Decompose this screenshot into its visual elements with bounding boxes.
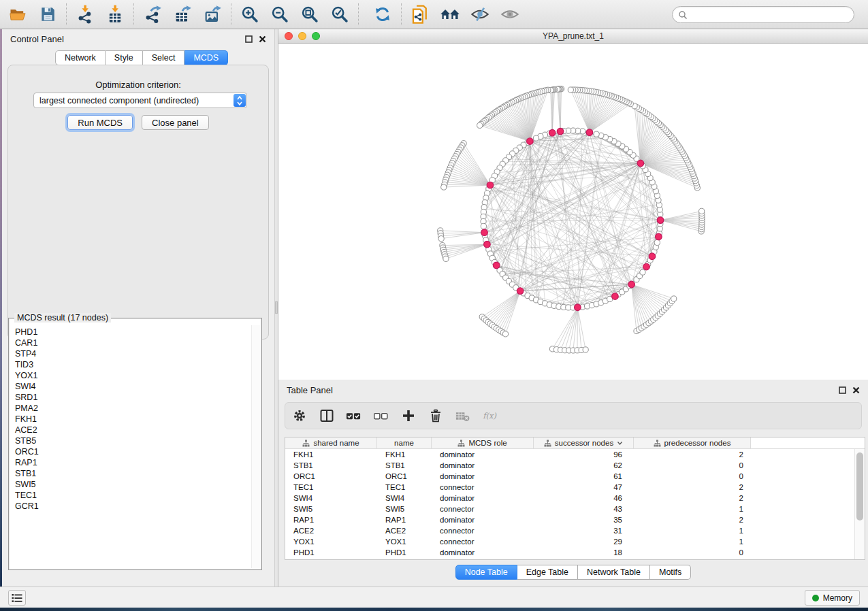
- table-row[interactable]: TEC1TEC1connector472: [285, 482, 854, 493]
- import-network-icon[interactable]: [70, 1, 100, 27]
- list-item[interactable]: SWI4: [10, 381, 250, 392]
- mcds-node[interactable]: [656, 233, 662, 240]
- list-item[interactable]: PHD1: [10, 327, 250, 337]
- zoom-out-icon[interactable]: [265, 1, 295, 27]
- column-header-mcds-role[interactable]: MCDS role: [432, 437, 534, 448]
- network-node[interactable]: [654, 240, 660, 245]
- optimization-criterion-select[interactable]: largest connected component (undirected): [33, 93, 247, 108]
- list-item[interactable]: TEC1: [10, 490, 250, 501]
- settings-gear-icon[interactable]: [291, 408, 307, 424]
- mcds-node[interactable]: [527, 138, 534, 145]
- splitter-handle[interactable]: [275, 301, 278, 314]
- mcds-node[interactable]: [487, 182, 494, 188]
- mcds-list-scrollbar[interactable]: [251, 325, 260, 568]
- export-network-icon[interactable]: [138, 1, 167, 27]
- list-item[interactable]: STB5: [10, 435, 250, 446]
- table-row[interactable]: ORC1ORC1dominator610: [285, 471, 854, 482]
- table-row[interactable]: SWI4SWI4dominator462: [285, 493, 854, 503]
- network-node[interactable]: [502, 331, 508, 337]
- table-scrollbar[interactable]: [854, 449, 865, 559]
- column-header-name[interactable]: name: [377, 437, 432, 448]
- tab-select[interactable]: Select: [143, 50, 185, 65]
- tab-motifs[interactable]: Motifs: [650, 565, 691, 580]
- list-item[interactable]: ORC1: [10, 446, 250, 457]
- list-item[interactable]: TID3: [10, 359, 250, 370]
- deselect-all-icon[interactable]: [373, 408, 389, 424]
- table-row[interactable]: SWI5SWI5connector431: [285, 503, 854, 514]
- network-node[interactable]: [699, 208, 705, 214]
- list-item[interactable]: STP4: [10, 348, 250, 359]
- zoom-selected-icon[interactable]: [325, 1, 355, 27]
- network-node[interactable]: [583, 347, 588, 352]
- tab-style[interactable]: Style: [106, 50, 143, 65]
- close-panel-icon[interactable]: [852, 386, 860, 394]
- network-node[interactable]: [441, 184, 447, 190]
- network-node[interactable]: [640, 269, 645, 275]
- mcds-node[interactable]: [484, 241, 491, 248]
- open-folder-icon[interactable]: [3, 1, 33, 27]
- toggle-panes-icon[interactable]: [319, 408, 334, 424]
- save-icon[interactable]: [33, 1, 63, 27]
- column-header-predecessor-nodes[interactable]: predecessor nodes: [634, 437, 751, 448]
- refresh-icon[interactable]: [368, 1, 398, 27]
- list-item[interactable]: PMA2: [10, 403, 250, 414]
- delete-column-trash-icon[interactable]: [428, 408, 443, 424]
- mcds-node[interactable]: [628, 281, 635, 288]
- table-row[interactable]: RAP1RAP1dominator352: [285, 514, 854, 525]
- network-node[interactable]: [568, 87, 573, 93]
- memory-button[interactable]: Memory: [805, 590, 860, 606]
- import-table-icon[interactable]: [100, 1, 130, 27]
- select-all-icon[interactable]: [346, 408, 361, 424]
- zoom-in-icon[interactable]: [235, 1, 265, 27]
- hide-eye-icon[interactable]: [465, 1, 495, 27]
- table-row[interactable]: ACE2ACE2connector311: [285, 525, 854, 536]
- network-node[interactable]: [438, 236, 444, 242]
- table-row[interactable]: PHD1PHD1dominator180: [285, 547, 854, 558]
- mcds-node[interactable]: [549, 129, 556, 136]
- mcds-node[interactable]: [643, 263, 650, 270]
- list-item[interactable]: STB1: [10, 468, 250, 479]
- mcds-node[interactable]: [481, 229, 488, 236]
- table-row[interactable]: FKH1FKH1dominator962: [285, 449, 854, 460]
- list-item[interactable]: SWI5: [10, 479, 250, 490]
- float-panel-icon[interactable]: [839, 386, 846, 394]
- export-image-icon[interactable]: [197, 1, 227, 27]
- list-item[interactable]: RAP1: [10, 457, 250, 468]
- network-node[interactable]: [594, 131, 599, 137]
- close-panel-button[interactable]: Close panel: [142, 115, 209, 130]
- close-panel-icon[interactable]: [259, 35, 266, 43]
- network-view[interactable]: [278, 44, 868, 380]
- tab-network-table[interactable]: Network Table: [578, 565, 650, 580]
- network-node[interactable]: [671, 296, 677, 301]
- search-input[interactable]: [691, 10, 854, 20]
- mcds-node[interactable]: [493, 262, 500, 269]
- tab-network[interactable]: Network: [55, 50, 106, 65]
- mcds-node[interactable]: [649, 253, 656, 260]
- mcds-node[interactable]: [637, 160, 644, 167]
- network-from-selection-icon[interactable]: [405, 1, 435, 27]
- mcds-node[interactable]: [557, 128, 564, 135]
- close-window-icon[interactable]: [285, 32, 293, 40]
- add-column-icon[interactable]: [400, 408, 416, 424]
- list-item[interactable]: SRD1: [10, 392, 250, 403]
- network-node[interactable]: [477, 122, 483, 128]
- mcds-node[interactable]: [586, 129, 593, 136]
- list-item[interactable]: YOX1: [10, 370, 250, 381]
- network-node[interactable]: [443, 256, 449, 261]
- table-row[interactable]: YOX1YOX1connector291: [285, 536, 854, 547]
- run-mcds-button[interactable]: Run MCDS: [67, 115, 133, 130]
- minimize-window-icon[interactable]: [298, 32, 306, 40]
- column-header-shared-name[interactable]: shared name: [285, 437, 377, 448]
- tab-mcds[interactable]: MCDS: [184, 50, 228, 65]
- zoom-fit-icon[interactable]: [295, 1, 325, 27]
- task-history-button[interactable]: [8, 590, 26, 606]
- mcds-node[interactable]: [575, 304, 581, 311]
- network-node[interactable]: [533, 135, 539, 141]
- network-canvas[interactable]: [278, 44, 868, 380]
- search-box[interactable]: [672, 6, 854, 23]
- table-row[interactable]: STB1STB1dominator620: [285, 460, 854, 471]
- list-item[interactable]: GCR1: [10, 501, 250, 512]
- mcds-node[interactable]: [657, 217, 664, 224]
- tab-node-table[interactable]: Node Table: [455, 565, 517, 580]
- float-panel-icon[interactable]: [245, 35, 253, 43]
